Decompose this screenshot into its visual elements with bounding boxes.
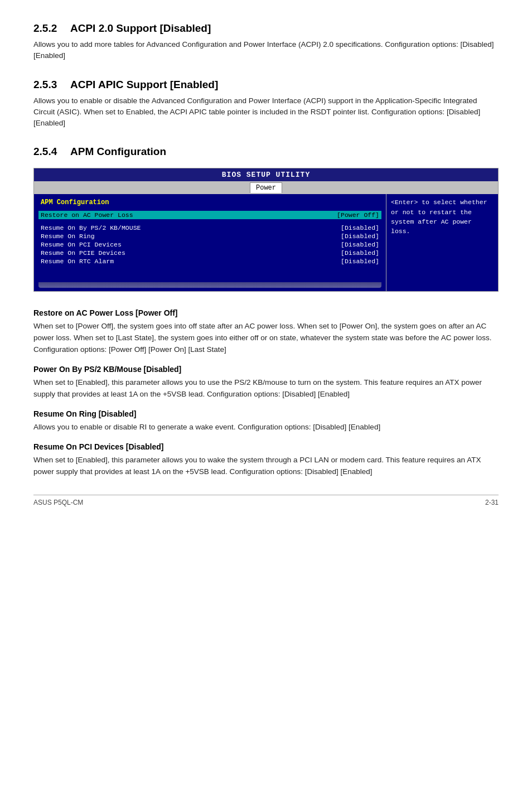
subsection-resume-ring-text: Allows you to enable or disable RI to ge… — [33, 422, 499, 433]
subsection-power-on-ps2: Power On By PS/2 KB/Mouse [Disabled] Whe… — [33, 365, 499, 400]
footer-right: 2-31 — [485, 499, 499, 506]
subsection-resume-pci: Resume On PCI Devices [Disabled] When se… — [33, 442, 499, 478]
subsection-resume-ring: Resume On Ring [Disabled] Allows you to … — [33, 409, 499, 433]
section-253-number: 2.5.3 — [33, 79, 61, 91]
bios-row-1-value: [Disabled] — [341, 224, 379, 231]
subsection-resume-ring-title: Resume On Ring [Disabled] — [33, 409, 499, 418]
bios-tab-power[interactable]: Power — [250, 182, 282, 193]
bios-row-0-value: [Power Off] — [337, 211, 379, 219]
subsection-restore-ac-title: Restore on AC Power Loss [Power Off] — [33, 308, 499, 317]
bios-row-4-value: [Disabled] — [341, 249, 379, 257]
bios-main-panel: APM Configuration Restore on AC Power Lo… — [34, 194, 386, 291]
section-253: 2.5.3 ACPI APIC Support [Enabled] Allows… — [33, 79, 499, 129]
bios-tab-bar: Power — [34, 181, 498, 194]
bios-row-3-label: Resume On PCI Devices — [41, 241, 122, 248]
section-254: 2.5.4 APM Configuration BIOS SETUP UTILI… — [33, 146, 499, 292]
section-253-heading: 2.5.3 ACPI APIC Support [Enabled] — [33, 79, 499, 91]
bios-row-3-value: [Disabled] — [341, 241, 379, 248]
bios-wave — [38, 282, 381, 288]
section-254-title: APM Configuration — [70, 146, 166, 158]
section-253-text: Allows you to enable or disable the Adva… — [33, 95, 499, 129]
bios-row-5-label: Resume On RTC Alarm — [41, 258, 114, 265]
section-252-title: ACPI 2.0 Support [Disabled] — [70, 22, 211, 35]
bios-row-2-label: Resume On Ring — [41, 233, 95, 240]
bios-row-3[interactable]: Resume On PCI Devices [Disabled] — [38, 240, 381, 249]
bios-gap — [38, 219, 381, 224]
bios-row-5[interactable]: Resume On RTC Alarm [Disabled] — [38, 257, 381, 265]
bios-setup-box: BIOS SETUP UTILITY Power APM Configurati… — [33, 168, 499, 292]
section-253-title: ACPI APIC Support [Enabled] — [70, 79, 218, 91]
bios-row-4[interactable]: Resume On PCIE Devices [Disabled] — [38, 249, 381, 257]
subsection-restore-ac-text: When set to [Power Off], the system goes… — [33, 321, 499, 356]
bios-title: BIOS SETUP UTILITY — [222, 171, 310, 179]
bios-sidebar: <Enter> to select whether or not to rest… — [386, 194, 498, 291]
bios-sidebar-text: <Enter> to select whether or not to rest… — [391, 199, 487, 235]
subsection-power-on-ps2-text: When set to [Enabled], this parameter al… — [33, 377, 499, 400]
page-footer: ASUS P5QL-CM 2-31 — [33, 495, 499, 506]
bios-row-4-label: Resume On PCIE Devices — [41, 249, 125, 257]
bios-row-2[interactable]: Resume On Ring [Disabled] — [38, 232, 381, 240]
bios-content: APM Configuration Restore on AC Power Lo… — [34, 194, 498, 291]
footer-left: ASUS P5QL-CM — [33, 499, 83, 506]
section-252-number: 2.5.2 — [33, 22, 61, 35]
section-252-heading: 2.5.2 ACPI 2.0 Support [Disabled] — [33, 22, 499, 35]
section-252: 2.5.2 ACPI 2.0 Support [Disabled] Allows… — [33, 22, 499, 62]
subsections: Restore on AC Power Loss [Power Off] Whe… — [33, 308, 499, 477]
bios-section-header: APM Configuration — [38, 197, 381, 207]
section-254-number: 2.5.4 — [33, 146, 61, 158]
subsection-power-on-ps2-title: Power On By PS/2 KB/Mouse [Disabled] — [33, 365, 499, 374]
bios-title-bar: BIOS SETUP UTILITY — [34, 168, 498, 181]
subsection-resume-pci-title: Resume On PCI Devices [Disabled] — [33, 442, 499, 451]
bios-row-0-label: Restore on AC Power Loss — [41, 211, 133, 219]
bios-row-1[interactable]: Resume On By PS/2 KB/MOUSE [Disabled] — [38, 224, 381, 232]
section-252-text: Allows you to add more tables for Advanc… — [33, 39, 499, 62]
bios-row-1-label: Resume On By PS/2 KB/MOUSE — [41, 224, 141, 231]
subsection-restore-ac: Restore on AC Power Loss [Power Off] Whe… — [33, 308, 499, 356]
bios-row-5-value: [Disabled] — [341, 258, 379, 265]
bios-row-0[interactable]: Restore on AC Power Loss [Power Off] — [38, 211, 381, 219]
bios-row-2-value: [Disabled] — [341, 233, 379, 240]
section-254-heading: 2.5.4 APM Configuration — [33, 146, 499, 158]
subsection-resume-pci-text: When set to [Enabled], this parameter al… — [33, 455, 499, 478]
bios-bottom-spacer — [38, 265, 381, 282]
